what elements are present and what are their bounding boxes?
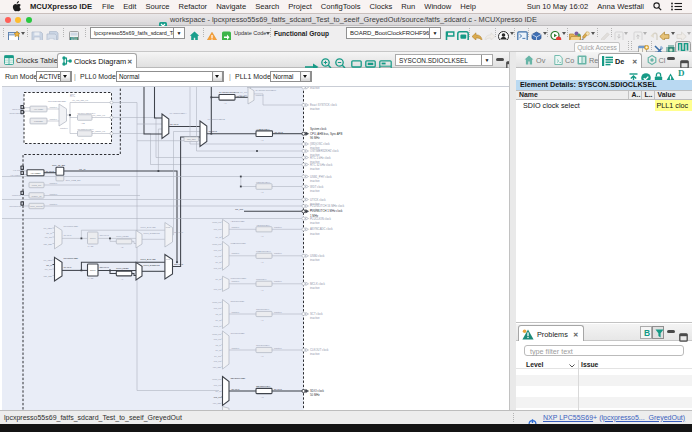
problems-filter-input[interactable]: type filter text (524, 345, 684, 356)
menu-app-name[interactable]: MCUXpresso IDE (30, 2, 92, 11)
tab-details[interactable]: De ✕ (598, 53, 642, 69)
functional-group-dropdown[interactable]: ▼ (429, 28, 440, 38)
clock-block[interactable] (116, 239, 132, 244)
quick-access-input[interactable]: Quick Access (574, 42, 620, 53)
menu-clocks[interactable]: Clocks (370, 2, 393, 11)
menu-navigate[interactable]: Navigate (216, 2, 246, 11)
clocks-diagram-tab[interactable]: Clocks Diagram ✕ (57, 53, 137, 69)
show-diff-icon[interactable]: D (678, 68, 685, 78)
menu-window[interactable]: Window (424, 2, 451, 11)
pll0-mode-dropdown[interactable] (212, 71, 223, 82)
details-col-a[interactable]: A.. (629, 91, 642, 99)
clock-block[interactable] (56, 167, 64, 175)
menu-edit[interactable]: Edit (123, 2, 136, 11)
pll1-mode-select[interactable]: Normal (270, 71, 312, 82)
clock-output-label: USB0 clock (310, 254, 325, 258)
pll1-mode-dropdown[interactable] (300, 71, 311, 82)
minimize-view-icon[interactable] (496, 58, 504, 61)
menu-clock[interactable]: Sun 10 May 16:02 (527, 2, 589, 11)
details-col-name[interactable]: Name (516, 91, 629, 99)
menu-user[interactable]: Anna Westfall (597, 2, 644, 11)
problems-tab[interactable]: Problems ✕ (518, 325, 584, 341)
clock-block[interactable] (219, 95, 235, 101)
menu-refactor[interactable]: Refactor (178, 2, 207, 11)
element-selector-dropdown[interactable]: ▼ (481, 55, 492, 65)
menu-file[interactable]: File (102, 2, 114, 11)
details-col-value[interactable]: Value (655, 91, 692, 99)
spotlight-search-icon[interactable] (653, 2, 662, 11)
clock-mux[interactable] (223, 331, 230, 369)
clock-block[interactable] (256, 388, 272, 393)
device-link[interactable]: NXP LPC55S69 (543, 414, 593, 421)
problems-col-issue[interactable]: Issue (581, 361, 598, 368)
menu-source[interactable]: Source (145, 2, 169, 11)
prev-annotation-dropdown[interactable] (643, 32, 647, 35)
clock-block[interactable] (256, 253, 272, 258)
clock-block[interactable] (256, 311, 272, 316)
clock-block[interactable] (56, 176, 64, 181)
clock-block[interactable] (256, 227, 272, 232)
problems-breakpoints-button[interactable]: B (640, 326, 652, 339)
maximize-problems-icon[interactable] (679, 328, 688, 346)
details-col-l[interactable]: L.. (642, 91, 655, 99)
clocks-diagram-tab-close-icon[interactable]: ✕ (127, 58, 132, 66)
clock-block[interactable] (256, 347, 272, 352)
diagram-label: 16 MHz (46, 170, 55, 173)
window-zoom-button[interactable] (26, 17, 32, 23)
minimize-problems-icon[interactable] (667, 330, 675, 333)
diagram-label: 1 * 32 (88, 277, 94, 279)
clock-block[interactable] (256, 131, 273, 137)
clock-output-label: CPU, AHB bus, Sync APB (310, 132, 342, 136)
apple-menu-icon[interactable] (12, 1, 21, 12)
clocks-diagram-svg: XTAL32KFRO32KXTAL32MFRO_1MMCLK_INPLU_CLK… (2, 87, 509, 410)
menu-project[interactable]: Project (288, 2, 312, 11)
clocks-table-tab[interactable]: Clocks Table (0, 52, 57, 67)
run-mode-select[interactable]: ACTIVE (36, 71, 72, 82)
skip-breakpoints-dropdown[interactable] (510, 32, 514, 35)
menu-configtools[interactable]: ConfigTools (321, 2, 361, 11)
details-row-value[interactable]: PLL1 cloc (655, 100, 692, 111)
problems-tab-close-icon[interactable]: ✕ (573, 331, 578, 339)
menu-run[interactable]: Run (401, 2, 415, 11)
diagram-label: 96 MHz (170, 123, 179, 126)
minimize-details-icon[interactable] (667, 57, 675, 60)
clock-block[interactable] (78, 115, 93, 121)
problems-filter-button[interactable] (652, 326, 664, 339)
clock-mux[interactable] (136, 262, 142, 280)
clock-block[interactable] (116, 271, 132, 276)
clock-mux[interactable] (162, 114, 169, 139)
functional-group-combo[interactable]: BOARD_BootClockFROHF96M▼ (346, 27, 441, 39)
problems-col-level[interactable]: Level (526, 361, 543, 368)
clock-mux[interactable] (223, 300, 230, 329)
clock-mux[interactable] (223, 377, 230, 406)
project-selector-combo[interactable]: lpcxpresso55s69_fatfs_sdcard_Tes▼ (90, 27, 185, 39)
clock-block-label: FRO32K (34, 120, 43, 122)
update-code-label[interactable]: Update Code (234, 30, 266, 36)
element-selector-combo[interactable]: SYSCON.SDIOCLKSEL▼ (395, 54, 493, 66)
pll0-mode-select[interactable]: Normal (116, 71, 224, 82)
details-tab-close-icon[interactable]: ✕ (632, 58, 637, 66)
menu-search[interactable]: Search (255, 2, 279, 11)
launch-config-dropdown[interactable] (562, 32, 566, 35)
run-mode-dropdown[interactable] (60, 71, 71, 82)
project-selector-dropdown[interactable]: ▼ (173, 28, 184, 38)
clock-block[interactable] (78, 131, 93, 137)
quickfix-wand-dropdown[interactable] (591, 32, 595, 35)
notification-center-icon[interactable] (671, 2, 682, 11)
window-close-button[interactable] (5, 17, 11, 23)
next-annotation-dropdown[interactable] (624, 32, 628, 35)
project-link[interactable]: (lpcxpresso5..._GreyedOut) (599, 414, 685, 421)
clock-mux[interactable] (200, 121, 207, 147)
clock-block[interactable] (256, 281, 272, 286)
clocks-diagram-canvas[interactable]: XTAL32KFRO32KXTAL32MFRO_1MMCLK_INPLU_CLK… (2, 86, 509, 410)
forward-history-dropdown[interactable] (687, 32, 691, 35)
menu-help[interactable]: Help (460, 2, 476, 11)
back-history-dropdown[interactable] (671, 32, 675, 35)
new-wizard-dropdown[interactable] (21, 32, 25, 35)
window-minimize-button[interactable] (15, 17, 21, 23)
clock-mux[interactable] (223, 241, 230, 270)
registers-view-dropdown[interactable] (543, 32, 547, 35)
details-row-sdio[interactable]: SDIO clock select PLL1 cloc (516, 100, 692, 111)
tab-overview[interactable]: Ov (522, 52, 554, 67)
clock-block[interactable] (256, 184, 272, 190)
